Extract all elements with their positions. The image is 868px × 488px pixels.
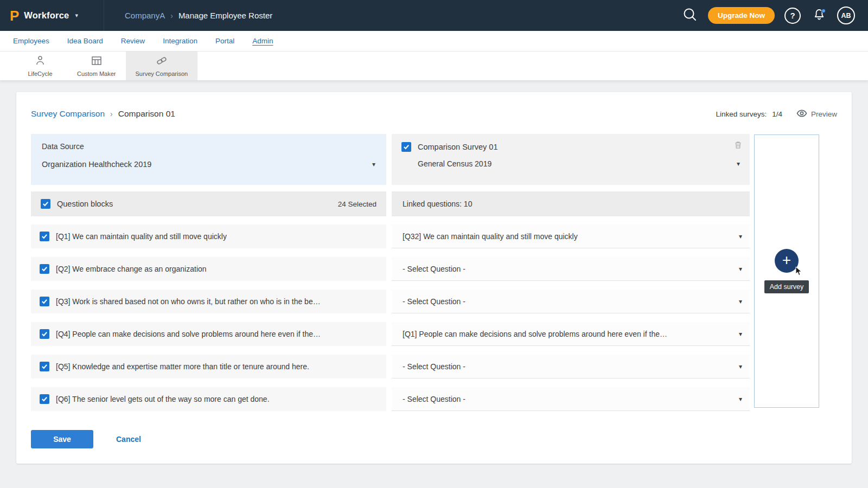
nav-item-admin[interactable]: Admin: [252, 37, 273, 45]
survey-comparison-card: Survey Comparison › Comparison 01 Linked…: [16, 92, 852, 464]
comparison-survey-title: Comparison Survey 01: [418, 143, 498, 151]
help-icon: ?: [784, 8, 801, 24]
breadcrumb-company-link[interactable]: CompanyA: [125, 11, 165, 20]
question-checkbox[interactable]: [40, 362, 49, 371]
app-logo-icon: P: [10, 9, 19, 23]
comparison-survey-select[interactable]: General Census 2019 ▾: [401, 159, 740, 168]
linked-surveys-count: 1/4: [772, 110, 782, 118]
question-checkbox[interactable]: [40, 264, 49, 274]
question-checkbox[interactable]: [40, 297, 49, 306]
nav-item-idea-board[interactable]: Idea Board: [67, 37, 103, 45]
linked-question-select[interactable]: - Select Question - ▾: [392, 355, 750, 378]
chevron-down-icon: ▾: [75, 12, 78, 19]
delete-survey-button[interactable]: [734, 140, 742, 151]
comparison-survey-panel: Comparison Survey 01 General Census 2019…: [392, 134, 750, 185]
nav-item-integration[interactable]: Integration: [163, 37, 197, 45]
trash-icon: [734, 140, 742, 149]
question-text: [Q4] People can make decisions and solve…: [56, 330, 321, 338]
linked-question-select[interactable]: [Q1] People can make decisions and solve…: [392, 322, 750, 346]
question-blocks-checkbox[interactable]: [41, 199, 50, 209]
avatar[interactable]: AB: [837, 7, 855, 24]
admin-tabbar: LifeCycle Custom Maker Survey Comparison: [0, 52, 868, 80]
question-text: [Q2] We embrace change as an organizatio…: [56, 265, 207, 273]
chevron-down-icon: ▾: [739, 395, 742, 403]
page-title: Manage Employee Roster: [178, 11, 272, 20]
linked-questions-header: Linked questions: 10: [392, 191, 750, 216]
breadcrumb-separator-icon: ›: [170, 11, 173, 20]
tab-label: Survey Comparison: [136, 70, 188, 77]
survey-comparison-link[interactable]: Survey Comparison: [31, 109, 105, 119]
question-cell: [Q4] People can make decisions and solve…: [31, 322, 386, 346]
question-text: [Q1] We can maintain quality and still m…: [56, 232, 227, 241]
question-checkbox[interactable]: [40, 232, 49, 241]
topbar: P Workforce ▾ CompanyA › Manage Employee…: [0, 0, 868, 31]
question-text: [Q6] The senior level gets out of the wa…: [56, 395, 270, 403]
question-text: [Q3] Work is shared based not on who own…: [56, 297, 321, 306]
brand-name: Workforce: [24, 10, 69, 21]
question-row: [Q2] We embrace change as an organizatio…: [31, 257, 837, 281]
chevron-down-icon: ▾: [737, 160, 740, 168]
question-cell: [Q6] The senior level gets out of the wa…: [31, 387, 386, 411]
linked-question-value: - Select Question -: [403, 362, 465, 371]
question-text: [Q5] Knowledge and expertise matter more…: [56, 362, 309, 371]
question-cell: [Q5] Knowledge and expertise matter more…: [31, 355, 386, 378]
comparison-survey-checkbox[interactable]: [401, 142, 411, 152]
tab-label: Custom Maker: [77, 70, 116, 77]
source-row: Data Source Organization Healthcheck 201…: [31, 134, 837, 185]
question-checkbox[interactable]: [40, 329, 49, 339]
preview-button[interactable]: Preview: [796, 110, 837, 119]
linked-questions-label: Linked questions: 10: [403, 200, 472, 208]
notification-dot: [821, 9, 826, 13]
mouse-cursor-icon: [795, 266, 803, 278]
question-cell: [Q2] We embrace change as an organizatio…: [31, 257, 386, 281]
nav-item-employees[interactable]: Employees: [13, 37, 49, 45]
upgrade-now-button[interactable]: Upgrade Now: [708, 7, 775, 24]
eye-icon: [796, 110, 807, 119]
tab-lifecycle[interactable]: LifeCycle: [13, 52, 67, 80]
notifications-button[interactable]: [810, 7, 828, 24]
preview-label: Preview: [811, 110, 837, 118]
data-source-select[interactable]: Organization Healthcheck 2019 ▾: [42, 160, 375, 169]
nav-item-portal[interactable]: Portal: [215, 37, 234, 45]
top-breadcrumb: CompanyA › Manage Employee Roster: [125, 11, 272, 20]
linked-question-value: [Q32] We can maintain quality and still …: [403, 232, 578, 241]
help-button[interactable]: ?: [784, 7, 801, 24]
plus-icon: +: [782, 253, 791, 268]
tab-label: LifeCycle: [28, 70, 52, 77]
question-checkbox[interactable]: [40, 394, 49, 404]
tab-survey-comparison[interactable]: Survey Comparison: [126, 52, 198, 80]
cancel-button[interactable]: Cancel: [116, 435, 141, 444]
header-row: Question blocks 24 Selected Linked quest…: [31, 191, 837, 216]
save-button[interactable]: Save: [31, 430, 93, 448]
question-row: [Q4] People can make decisions and solve…: [31, 322, 837, 346]
question-row: [Q1] We can maintain quality and still m…: [31, 224, 837, 248]
question-blocks-header: Question blocks 24 Selected: [31, 191, 386, 216]
header-right: Linked surveys: 1/4 Preview: [716, 110, 837, 119]
search-icon: [682, 7, 698, 24]
linked-question-select[interactable]: [Q32] We can maintain quality and still …: [392, 224, 750, 248]
data-source-label: Data Source: [42, 142, 375, 151]
module-nav: Employees Idea Board Review Integration …: [0, 31, 868, 52]
topbar-actions: Upgrade Now ? AB: [681, 7, 868, 24]
chevron-down-icon: ▾: [739, 298, 742, 305]
breadcrumb: Survey Comparison › Comparison 01: [31, 109, 175, 119]
workforce-menu[interactable]: P Workforce ▾: [0, 0, 104, 31]
search-button[interactable]: [681, 7, 699, 24]
linked-surveys-label: Linked surveys:: [716, 110, 767, 118]
linked-question-select[interactable]: - Select Question - ▾: [392, 290, 750, 313]
tab-custom-maker[interactable]: Custom Maker: [67, 52, 126, 80]
linked-question-value: - Select Question -: [403, 297, 465, 306]
question-row: [Q5] Knowledge and expertise matter more…: [31, 355, 837, 378]
data-source-panel: Data Source Organization Healthcheck 201…: [31, 134, 386, 185]
nav-item-review[interactable]: Review: [121, 37, 145, 45]
question-cell: [Q1] We can maintain quality and still m…: [31, 224, 386, 248]
comparison-survey-value: General Census 2019: [418, 159, 492, 168]
linked-question-select[interactable]: - Select Question - ▾: [392, 257, 750, 281]
add-survey-tooltip: Add survey: [764, 280, 809, 293]
question-row: [Q6] The senior level gets out of the wa…: [31, 387, 837, 411]
comparison-title: Comparison 01: [118, 109, 175, 119]
link-icon: [156, 55, 168, 68]
linked-question-select[interactable]: - Select Question - ▾: [392, 387, 750, 411]
lifecycle-icon: [34, 55, 46, 68]
form-actions: Save Cancel: [31, 430, 837, 448]
